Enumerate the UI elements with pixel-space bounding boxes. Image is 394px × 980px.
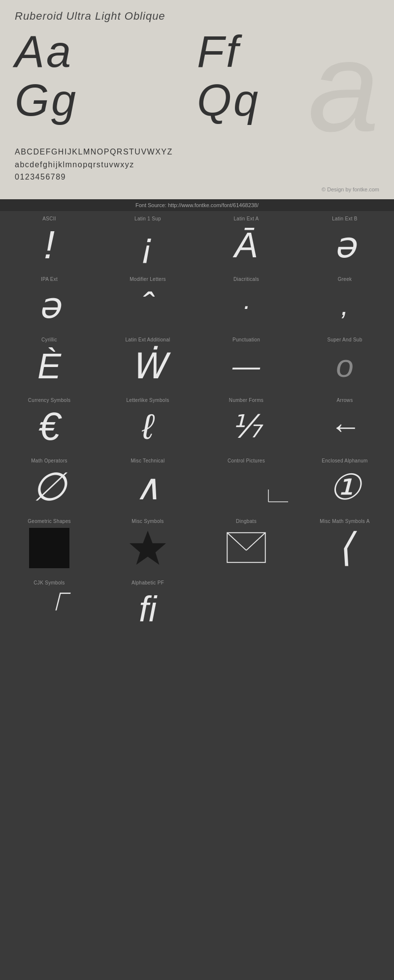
glyph-label-geometricshapes: Geometric Shapes: [28, 519, 71, 524]
glyph-symbol-controlpictures: [263, 467, 293, 507]
glyph-cell-cjksymbols: CJK Symbols 「: [0, 575, 98, 636]
glyph-label-controlpictures: Control Pictures: [228, 458, 265, 463]
glyph-cell-empty2: [296, 575, 394, 636]
glyph-cell-ipaext: IPA Ext ə: [0, 272, 98, 332]
glyph-cell-mathoperators: Math Operators ∅: [0, 453, 98, 514]
glyph-cell-diacriticals: Diacriticals ·: [197, 272, 296, 332]
glyph-label-ascii: ASCII: [42, 216, 56, 221]
glyph-label-dingbats: Dingbats: [236, 519, 257, 524]
glyph-label-greek: Greek: [338, 276, 352, 282]
glyph-label-latinextadd: Latin Ext Additional: [125, 337, 170, 342]
glyph-label-mathoperators: Math Operators: [31, 458, 67, 463]
glyph-cell-cyrillic: Cyrillic È: [0, 332, 98, 393]
glyph-cell-arrows: Arrows ←: [296, 393, 394, 453]
glyph-symbol-geometricshapes: [29, 528, 69, 568]
dark-area: Font Source: http://www.fontke.com/font/…: [0, 199, 394, 636]
glyph-symbol-miscsymbols: [128, 528, 167, 567]
glyph-label-currencysymbols: Currency Symbols: [28, 398, 71, 403]
glyph-label-ipaext: IPA Ext: [41, 276, 58, 282]
glyph-label-miscmathsymbolsa: Misc Math Symbols A: [320, 519, 369, 524]
glyph-symbol-cyrillic: È: [37, 346, 61, 386]
glyph-label-modifierletters: Modifier Letters: [130, 276, 166, 282]
svg-rect-3: [227, 533, 265, 562]
glyph-cell-letterlikesymbols: Letterlike Symbols ℓ: [98, 393, 197, 453]
glyph-cell-misctechnical: Misc Technical ∧: [98, 453, 197, 514]
glyph-symbol-ipaext: ə: [38, 286, 60, 325]
glyph-symbol-latinextb: ə: [334, 225, 356, 265]
lowercase-alphabet: abcdefghijklmnopqrstuvwxyz: [15, 158, 379, 171]
glyph-symbol-ascii: !: [44, 225, 55, 265]
glyph-symbol-misctechnical: ∧: [135, 467, 161, 507]
preview-area: Ruberoid Ultra Light Oblique Aa Ff Gg Qq…: [0, 0, 394, 199]
glyph-cell-miscsymbols: Misc Symbols: [98, 514, 197, 575]
glyph-label-punctuation: Punctuation: [232, 337, 260, 342]
glyph-cell-superandsub: Super And Sub o: [296, 332, 394, 393]
glyph-symbol-latinextadd: Ẇ: [131, 346, 165, 386]
glyph-cell-greek: Greek ,: [296, 272, 394, 332]
glyph-label-cjksymbols: CJK Symbols: [33, 580, 65, 585]
glyph-label-enclosednum: Enclosed Alphanum: [322, 458, 368, 463]
glyph-symbol-modifierletters: ˆ: [142, 286, 154, 325]
svg-line-4: [227, 533, 246, 551]
glyph-symbol-letterlikesymbols: ℓ: [142, 407, 153, 446]
svg-marker-2: [130, 531, 166, 565]
glyph-cell-currencysymbols: Currency Symbols €: [0, 393, 98, 453]
glyph-cell-latinextb: Latin Ext B ə: [296, 211, 394, 272]
letter-pair-gg: Gg: [15, 76, 197, 125]
glyph-label-alphabeticpf: Alphabetic PF: [131, 580, 164, 585]
glyph-symbol-currencysymbols: €: [38, 407, 61, 446]
glyph-symbol-enclosednum: ①: [329, 467, 361, 507]
big-background-letter: a: [308, 23, 379, 151]
glyph-label-latin1sup: Latin 1 Sup: [134, 216, 161, 221]
glyph-cell-numberforms: Number Forms ⅐: [197, 393, 296, 453]
glyph-label-latinexta: Latin Ext A: [233, 216, 259, 221]
svg-line-5: [246, 533, 265, 551]
large-letters-display: Aa Ff Gg Qq a: [15, 28, 379, 136]
glyph-label-letterlikesymbols: Letterlike Symbols: [126, 398, 169, 403]
glyph-symbol-latinexta: Ā: [234, 225, 258, 265]
glyph-label-latinextb: Latin Ext B: [332, 216, 358, 221]
glyph-label-superandsub: Super And Sub: [327, 337, 362, 342]
glyph-cell-ascii: ASCII !: [0, 211, 98, 272]
glyph-symbol-miscmathsymbolsa: ⟨: [337, 528, 353, 567]
numbers-display: 0123456789: [15, 171, 379, 184]
glyph-cell-latin1sup: Latin 1 Sup ¡: [98, 211, 197, 272]
glyph-symbol-punctuation: —: [232, 346, 260, 386]
glyph-label-misctechnical: Misc Technical: [131, 458, 164, 463]
letter-pair-aa: Aa: [15, 28, 197, 76]
glyph-label-arrows: Arrows: [337, 398, 353, 403]
glyph-grid: ASCII ! Latin 1 Sup ¡ Latin Ext A Ā Lati…: [0, 211, 394, 636]
glyph-symbol-greek: ,: [341, 286, 349, 325]
glyph-cell-empty1: [197, 575, 296, 636]
font-source-line: Font Source: http://www.fontke.com/font/…: [0, 199, 394, 211]
glyph-cell-modifierletters: Modifier Letters ˆ: [98, 272, 197, 332]
glyph-label-diacriticals: Diacriticals: [233, 276, 259, 282]
glyph-symbol-diacriticals: ·: [243, 286, 250, 325]
glyph-cell-punctuation: Punctuation —: [197, 332, 296, 393]
glyph-symbol-mathoperators: ∅: [32, 467, 66, 507]
glyph-symbol-numberforms: ⅐: [231, 407, 262, 446]
glyph-label-numberforms: Number Forms: [229, 398, 263, 403]
glyph-cell-alphabeticpf: Alphabetic PF ﬁ: [98, 575, 197, 636]
glyph-symbol-alphabeticpf: ﬁ: [139, 589, 157, 629]
glyph-cell-controlpictures: Control Pictures: [197, 453, 296, 514]
glyph-cell-latinextadd: Latin Ext Additional Ẇ: [98, 332, 197, 393]
glyph-symbol-arrows: ←: [329, 407, 361, 446]
glyph-symbol-superandsub: o: [336, 346, 354, 386]
glyph-cell-geometricshapes: Geometric Shapes: [0, 514, 98, 575]
glyph-cell-dingbats: Dingbats: [197, 514, 296, 575]
glyph-symbol-cjksymbols: 「: [32, 589, 67, 629]
glyph-cell-latinexta: Latin Ext A Ā: [197, 211, 296, 272]
glyph-label-cyrillic: Cyrillic: [41, 337, 57, 342]
glyph-symbol-dingbats: [224, 528, 268, 567]
copyright-text: © Design by fontke.com: [15, 186, 379, 192]
glyph-cell-miscmathsymbolsa: Misc Math Symbols A ⟨: [296, 514, 394, 575]
glyph-symbol-latin1sup: ¡: [142, 225, 154, 265]
glyph-cell-enclosednum: Enclosed Alphanum ①: [296, 453, 394, 514]
glyph-label-miscsymbols: Misc Symbols: [131, 519, 164, 524]
